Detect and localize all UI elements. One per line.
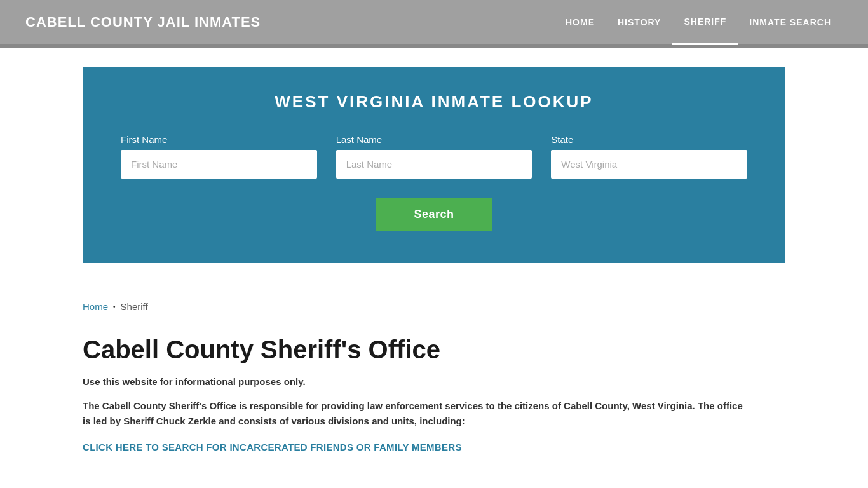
nav-sheriff[interactable]: SHERIFF bbox=[672, 0, 738, 45]
state-label: State bbox=[551, 134, 747, 145]
search-fields: First Name Last Name State bbox=[121, 134, 747, 179]
breadcrumb: Home • Sheriff bbox=[83, 301, 785, 312]
breadcrumb-separator: • bbox=[113, 303, 116, 310]
inmate-search-link[interactable]: CLICK HERE to Search for Incarcerated Fr… bbox=[83, 442, 462, 452]
first-name-input[interactable] bbox=[121, 150, 317, 179]
breadcrumb-home-link[interactable]: Home bbox=[83, 301, 108, 312]
search-section: WEST VIRGINIA INMATE LOOKUP First Name L… bbox=[83, 67, 785, 263]
nav-inmate-search[interactable]: INMATE SEARCH bbox=[738, 1, 843, 44]
nav-home[interactable]: HOME bbox=[554, 1, 606, 44]
search-button-row: Search bbox=[121, 198, 747, 231]
first-name-field-group: First Name bbox=[121, 134, 317, 179]
site-header: CABELL COUNTY JAIL INMATES HOME HISTORY … bbox=[0, 0, 868, 44]
page-description: The Cabell County Sheriff's Office is re… bbox=[83, 398, 750, 429]
main-content: Home • Sheriff Cabell County Sheriff's O… bbox=[0, 282, 868, 478]
search-button[interactable]: Search bbox=[376, 198, 492, 231]
last-name-label: Last Name bbox=[336, 134, 532, 145]
main-nav: HOME HISTORY SHERIFF INMATE SEARCH bbox=[554, 0, 843, 45]
last-name-field-group: Last Name bbox=[336, 134, 532, 179]
site-title: CABELL COUNTY JAIL INMATES bbox=[25, 14, 261, 30]
state-field-group: State bbox=[551, 134, 747, 179]
header-underbar bbox=[0, 44, 868, 48]
breadcrumb-current: Sheriff bbox=[121, 301, 148, 312]
search-section-title: WEST VIRGINIA INMATE LOOKUP bbox=[121, 92, 747, 112]
page-subtitle: Use this website for informational purpo… bbox=[83, 376, 785, 387]
nav-history[interactable]: HISTORY bbox=[606, 1, 672, 44]
state-input[interactable] bbox=[551, 150, 747, 179]
last-name-input[interactable] bbox=[336, 150, 532, 179]
page-heading: Cabell County Sheriff's Office bbox=[83, 334, 785, 365]
first-name-label: First Name bbox=[121, 134, 317, 145]
